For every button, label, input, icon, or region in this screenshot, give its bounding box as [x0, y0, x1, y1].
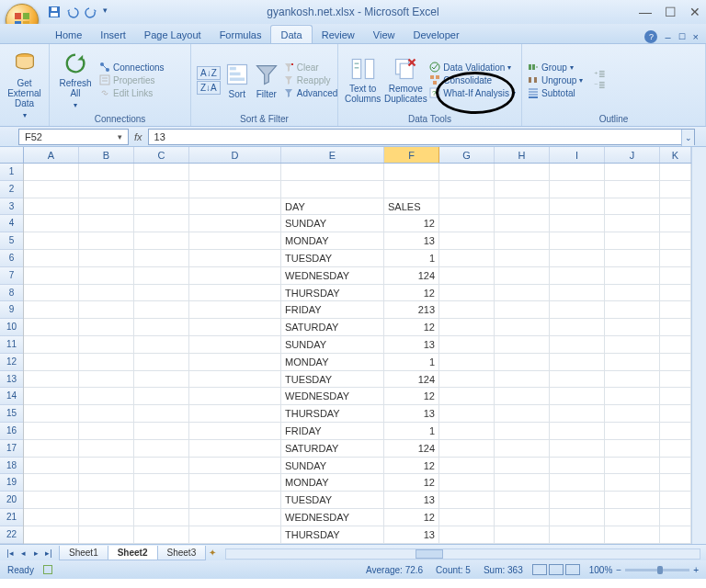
row-header[interactable]: 18: [0, 458, 23, 475]
cell[interactable]: [134, 336, 189, 354]
cell[interactable]: [660, 232, 691, 250]
ungroup-button[interactable]: Ungroup▾: [528, 74, 583, 85]
row-header[interactable]: 22: [0, 526, 23, 544]
cell[interactable]: [24, 198, 79, 216]
cell[interactable]: [189, 509, 281, 526]
edit-links-button[interactable]: Edit Links: [99, 87, 165, 98]
cell[interactable]: [189, 319, 281, 336]
cell[interactable]: [605, 285, 660, 302]
get-external-data-button[interactable]: Get External Data▾: [6, 51, 43, 120]
cell[interactable]: [605, 458, 660, 475]
cell[interactable]: WEDNESDAY: [281, 388, 384, 405]
cell[interactable]: [605, 232, 660, 250]
fx-icon[interactable]: fx: [134, 131, 142, 142]
row-header[interactable]: 9: [0, 301, 23, 319]
cell[interactable]: [24, 232, 79, 250]
cell[interactable]: [189, 371, 281, 389]
cell[interactable]: [189, 250, 281, 267]
cell[interactable]: [134, 474, 189, 492]
cell[interactable]: [495, 232, 550, 250]
cell[interactable]: [189, 423, 281, 440]
cell[interactable]: [24, 423, 79, 440]
cell[interactable]: [24, 492, 79, 509]
cell[interactable]: [550, 319, 605, 336]
cell[interactable]: [660, 526, 691, 544]
cell[interactable]: [550, 181, 605, 198]
cell[interactable]: [495, 336, 550, 354]
refresh-all-button[interactable]: Refresh All▾: [55, 51, 96, 110]
sort-az-buttons[interactable]: A↓Z Z↓A: [197, 66, 221, 95]
subtotal-button[interactable]: Subtotal: [528, 87, 583, 98]
cell[interactable]: [24, 509, 79, 526]
cell[interactable]: [79, 198, 134, 216]
cell[interactable]: 213: [384, 301, 439, 319]
redo-icon[interactable]: [85, 6, 97, 18]
cell[interactable]: [605, 267, 660, 285]
select-all-corner[interactable]: [0, 147, 24, 164]
zoom-level[interactable]: 100%: [589, 565, 613, 575]
cell[interactable]: [495, 354, 550, 371]
cell[interactable]: [24, 301, 79, 319]
cell[interactable]: [550, 371, 605, 389]
cell[interactable]: 1: [384, 423, 439, 440]
cell[interactable]: [24, 440, 79, 458]
cell[interactable]: 12: [384, 509, 439, 526]
cell[interactable]: [495, 198, 550, 216]
cell[interactable]: [605, 354, 660, 371]
cell[interactable]: [605, 319, 660, 336]
cell[interactable]: [189, 440, 281, 458]
row-header[interactable]: 15: [0, 405, 23, 423]
cell[interactable]: [550, 232, 605, 250]
column-header[interactable]: A: [24, 147, 79, 163]
cell[interactable]: [495, 267, 550, 285]
cell[interactable]: [79, 336, 134, 354]
cell[interactable]: [134, 440, 189, 458]
cell[interactable]: [439, 423, 495, 440]
cell[interactable]: [550, 405, 605, 423]
row-header[interactable]: 10: [0, 319, 23, 336]
cell[interactable]: [439, 509, 495, 526]
cell[interactable]: SUNDAY: [281, 215, 384, 232]
tab-first-icon[interactable]: |◂: [4, 548, 17, 558]
cell[interactable]: [189, 526, 281, 544]
cell[interactable]: [660, 388, 691, 405]
sheet-tab[interactable]: Sheet3: [157, 546, 207, 560]
group-button[interactable]: Group▾: [528, 62, 583, 73]
cell[interactable]: [79, 319, 134, 336]
cell[interactable]: [189, 458, 281, 475]
cell[interactable]: [24, 458, 79, 475]
cell[interactable]: [605, 371, 660, 389]
cell[interactable]: SUNDAY: [281, 458, 384, 475]
ribbon-minimize-icon[interactable]: –: [665, 31, 670, 42]
row-header[interactable]: 1: [0, 164, 23, 181]
cell[interactable]: [24, 164, 79, 181]
tab-formulas[interactable]: Formulas: [211, 26, 271, 43]
cell[interactable]: [79, 285, 134, 302]
cell[interactable]: [439, 301, 495, 319]
cell[interactable]: [24, 354, 79, 371]
cell[interactable]: [79, 526, 134, 544]
tab-review[interactable]: Review: [313, 26, 364, 43]
cell[interactable]: [134, 181, 189, 198]
remove-duplicates-button[interactable]: Remove Duplicates: [385, 56, 426, 104]
cell[interactable]: [660, 198, 691, 216]
cell[interactable]: [550, 301, 605, 319]
cell[interactable]: [189, 354, 281, 371]
cell[interactable]: [189, 388, 281, 405]
cell[interactable]: [24, 215, 79, 232]
cell[interactable]: MONDAY: [281, 474, 384, 492]
cell[interactable]: [550, 440, 605, 458]
cell[interactable]: [134, 458, 189, 475]
tab-prev-icon[interactable]: ◂: [17, 548, 29, 558]
cell[interactable]: 12: [384, 285, 439, 302]
column-header[interactable]: E: [281, 147, 384, 163]
cell[interactable]: [189, 164, 281, 181]
cell[interactable]: [439, 215, 495, 232]
cell[interactable]: [134, 285, 189, 302]
cell[interactable]: [79, 509, 134, 526]
cell[interactable]: [439, 440, 495, 458]
cell[interactable]: [550, 509, 605, 526]
tab-view[interactable]: View: [364, 26, 404, 43]
cell[interactable]: [605, 474, 660, 492]
cell[interactable]: [134, 526, 189, 544]
